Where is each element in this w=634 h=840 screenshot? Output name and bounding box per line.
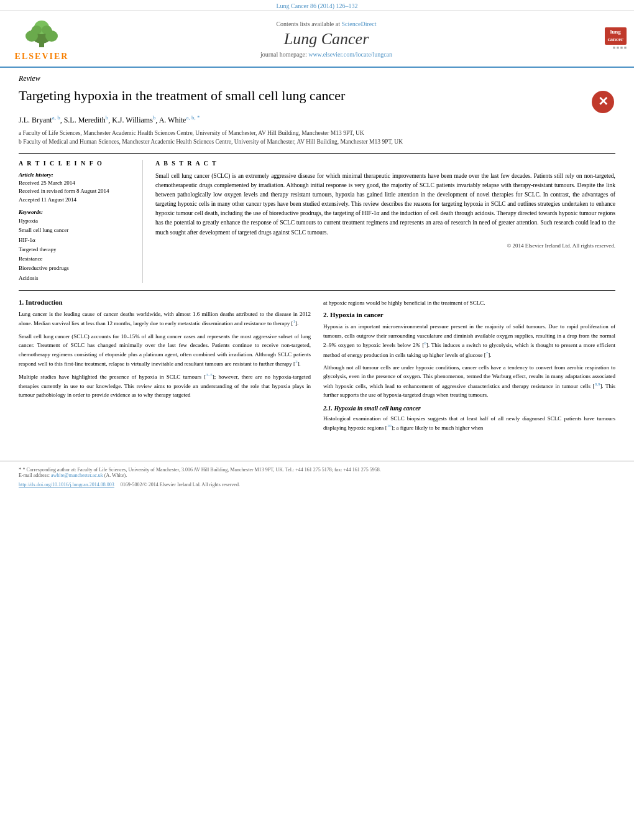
section2-para1: Hypoxia is an important microenvironment…: [323, 322, 615, 359]
affiliation-a: a Faculty of Life Sciences, Manchester A…: [19, 129, 615, 137]
article-history-label: Article history:: [19, 172, 132, 178]
journal-homepage-link[interactable]: www.elsevier.com/locate/lungcan: [308, 51, 392, 58]
abstract-text: Small cell lung cancer (SCLC) is an extr…: [155, 172, 615, 238]
keywords-list: Hypoxia Small cell lung cancer HIF-1α Ta…: [19, 216, 132, 283]
section2-para2: Although not all tumour cells are under …: [323, 363, 615, 400]
footer: * * Corresponding author at: Faculty of …: [0, 461, 634, 487]
email-link[interactable]: awhite@manchester.ac.uk: [51, 473, 103, 478]
elsevier-logo: ELSEVIER: [7, 16, 76, 62]
keyword-1: Hypoxia: [19, 216, 132, 226]
info-abstract-section: A R T I C L E I N F O Article history: R…: [19, 153, 615, 284]
article-body: Review Targeting hypoxia in the treatmen…: [0, 68, 634, 448]
journal-title: Lung Cancer: [76, 30, 577, 48]
citation-text: Lung Cancer 86 (2014) 126–132: [276, 2, 357, 9]
svg-point-6: [42, 25, 52, 34]
article-title: Targeting hypoxia in the treatment of sm…: [19, 87, 345, 105]
email-line: E-mail address: awhite@manchester.ac.uk …: [19, 473, 615, 478]
authors-line: J.L. Bryanta, b, S.L. Meredithb, K.J. Wi…: [19, 114, 615, 125]
elsevier-wordmark: ELSEVIER: [15, 52, 69, 62]
copyright-notice: © 2014 Elsevier Ireland Ltd. All rights …: [155, 242, 615, 249]
svg-text:✕: ✕: [598, 95, 609, 108]
keyword-5: Resistance: [19, 254, 132, 264]
abstract-heading: A B S T R A C T: [155, 160, 615, 167]
journal-homepage: journal homepage: www.elsevier.com/locat…: [76, 51, 577, 58]
section1-para1: Lung cancer is the leading cause of canc…: [19, 310, 311, 328]
journal-header: ELSEVIER Contents lists available at Sci…: [0, 11, 634, 68]
science-direct-notice: Contents lists available at ScienceDirec…: [76, 21, 577, 27]
affiliations: a Faculty of Life Sciences, Manchester A…: [19, 129, 615, 147]
issn-text: 0169-5002/© 2014 Elsevier Ireland Ltd. A…: [121, 482, 240, 487]
doi-link[interactable]: http://dx.doi.org/10.1016/j.lungcan.2014…: [19, 482, 114, 487]
article-info-heading: A R T I C L E I N F O: [19, 160, 132, 167]
footer-bottom: http://dx.doi.org/10.1016/j.lungcan.2014…: [19, 482, 615, 487]
main-content: 1. Introduction Lung cancer is the leadi…: [19, 298, 615, 436]
lung-cancer-badge: lungcancer: [605, 27, 627, 44]
elsevier-tree-icon: [17, 16, 67, 50]
article-info-column: A R T I C L E I N F O Article history: R…: [19, 160, 143, 284]
svg-point-5: [32, 25, 42, 34]
section1-para3: Multiple studies have highlighted the pr…: [19, 372, 311, 399]
keyword-7: Acidosis: [19, 274, 132, 283]
journal-center: Contents lists available at ScienceDirec…: [76, 21, 577, 58]
main-col-right: at hypoxic regions would be highly benef…: [323, 298, 615, 436]
abstract-column: A B S T R A C T Small cell lung cancer (…: [155, 160, 615, 284]
affiliation-b: b Faculty of Medical and Human Sciences,…: [19, 137, 615, 146]
title-row: Targeting hypoxia in the treatment of sm…: [19, 87, 615, 114]
section2-1-heading: 2.1. Hypoxia in small cell lung cancer: [323, 405, 615, 412]
crossmark-logo: ✕: [590, 90, 615, 114]
section-divider: [19, 290, 615, 291]
keyword-6: Bioreductive prodrugs: [19, 264, 132, 273]
section1-para2: Small cell lung cancer (SCLC) accounts f…: [19, 332, 311, 369]
accepted-date: Accepted 11 August 2014: [19, 196, 132, 205]
corresponding-author-note: * * Corresponding author at: Faculty of …: [19, 466, 615, 473]
article-type-label: Review: [19, 74, 615, 83]
keyword-3: HIF-1α: [19, 236, 132, 245]
keywords-label: Keywords:: [19, 209, 132, 215]
received-date: Received 25 March 2014: [19, 179, 132, 188]
keyword-4: Targeted therapy: [19, 245, 132, 254]
citation-bar: Lung Cancer 86 (2014) 126–132: [0, 0, 634, 11]
lung-cancer-logo: lungcancer ■ ■ ■ ■: [577, 27, 627, 50]
main-col-left: 1. Introduction Lung cancer is the leadi…: [19, 298, 311, 436]
section1-continuation: at hypoxic regions would be highly benef…: [323, 298, 615, 307]
science-direct-link[interactable]: ScienceDirect: [341, 21, 376, 27]
section1-heading: 1. Introduction: [19, 298, 311, 306]
lung-badge-sublabel: ■ ■ ■ ■: [613, 45, 627, 50]
keyword-2: Small cell lung cancer: [19, 226, 132, 235]
received-revised-date: Received in revised form 8 August 2014: [19, 187, 132, 196]
section2-heading: 2. Hypoxia in cancer: [323, 311, 615, 318]
section2-1-para1: Histological examination of SCLC biopsie…: [323, 414, 615, 433]
footnote-star: *: [19, 466, 22, 473]
